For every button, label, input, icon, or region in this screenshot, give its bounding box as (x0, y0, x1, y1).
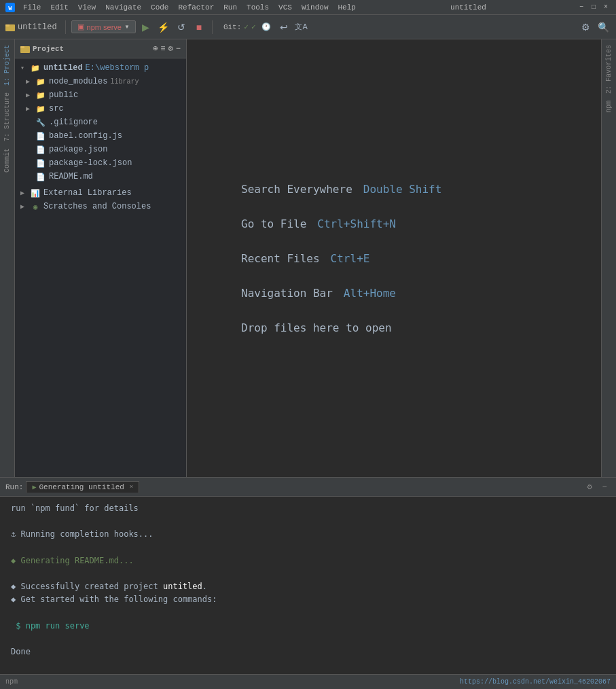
welcome-line-2: Go to File Ctrl+Shift+N (241, 217, 396, 230)
debug-button[interactable]: ⚡ (156, 20, 171, 35)
git-check-icon: ✓ (244, 22, 249, 31)
folder-icon: 📁 (35, 90, 46, 101)
terminal-line-5: ◆ Generating README.md... (11, 554, 605, 567)
sidebar: Project ⊕ ≡ ⚙ − ▾ 📁 untitled E:\webstorm… (15, 39, 187, 477)
sidebar-close-icon[interactable]: − (176, 44, 181, 54)
menu-view[interactable]: View (74, 1, 100, 14)
run-button[interactable]: ▶ (139, 20, 153, 35)
menu-window[interactable]: Window (297, 1, 333, 14)
minimize-button[interactable]: − (577, 3, 586, 12)
terminal-output: run `npm fund` for details ⚓ Running com… (0, 497, 616, 674)
strip-npm[interactable]: npm (604, 98, 614, 116)
search-button[interactable]: 🔍 (596, 20, 611, 35)
tree-item-label: External Libraries (43, 188, 132, 198)
strip-project[interactable]: 1: Project (2, 42, 12, 88)
goto-file-label: Go to File (241, 217, 306, 230)
panel-controls: ⚙ − (583, 481, 611, 493)
menu-vcs[interactable]: VCS (274, 1, 296, 14)
toolbar-separator-2 (212, 20, 213, 34)
sidebar-gear-icon[interactable]: ⚙ (168, 43, 173, 54)
git-label: Git: (223, 23, 241, 31)
expand-arrow: ▶ (26, 91, 34, 99)
tree-item-scratches[interactable]: ▶ ◉ Scratches and Consoles (15, 200, 186, 213)
json-file-icon: 📄 (35, 144, 46, 155)
project-folder-icon (5, 22, 15, 32)
tree-item-public[interactable]: ▶ 📁 public (15, 88, 186, 102)
tree-item-label: README.md (49, 172, 93, 181)
library-badge: library (110, 78, 139, 86)
tree-item-path: E:\webstorm p (86, 63, 149, 73)
stop-button[interactable]: ■ (192, 20, 206, 35)
npm-serve-button[interactable]: ▣ npm serve ▼ (71, 20, 136, 33)
md-file-icon: 📄 (35, 171, 46, 182)
menu-refactor[interactable]: Refactor (174, 1, 218, 14)
tree-item-ext-libs[interactable]: ▶ 📊 External Libraries (15, 186, 186, 200)
editor-welcome-screen: Search Everywhere Double Shift Go to Fil… (187, 39, 601, 477)
app-logo: W (5, 3, 15, 12)
toolbar-separator (65, 20, 66, 34)
main-content: 1: Project 7: Structure Commit Project ⊕… (0, 39, 616, 477)
folder-icon: 📁 (35, 76, 46, 87)
terminal-line-7: ◆ Successfully created project untitled. (11, 580, 605, 593)
tree-item-src[interactable]: ▶ 📁 src (15, 102, 186, 116)
menu-edit[interactable]: Edit (46, 1, 72, 14)
tree-item-label: node_modules (49, 77, 107, 86)
scratch-icon: ◉ (30, 201, 41, 212)
settings-button[interactable]: ⚙ (578, 20, 593, 35)
js-file-icon: 📄 (35, 130, 46, 141)
menu-navigate[interactable]: Navigate (101, 1, 145, 14)
expand-arrow: ▶ (20, 189, 29, 197)
tree-item-babel[interactable]: ▶ 📄 babel.config.js (15, 129, 186, 143)
panel-minimize-button[interactable]: − (598, 481, 611, 493)
status-right: https://blog.csdn.net/weixin_46202067 (460, 678, 611, 686)
panel-settings-button[interactable]: ⚙ (583, 481, 596, 493)
sidebar-add-icon[interactable]: ⊕ (153, 43, 158, 54)
strip-commit[interactable]: Commit (2, 145, 12, 175)
menu-tools[interactable]: Tools (242, 1, 273, 14)
folder-icon: 📁 (30, 63, 41, 73)
terminal-line-10: $ npm run serve (11, 620, 605, 633)
strip-favorites[interactable]: 2: Favorites (604, 42, 614, 96)
recent-files-label: Recent Files (241, 252, 320, 265)
welcome-line-3: Recent Files Ctrl+E (241, 252, 369, 265)
status-bar: npm https://blog.csdn.net/weixin_4620206… (0, 674, 616, 689)
expand-arrow: ▾ (20, 64, 29, 72)
tree-item-label: package.json (49, 145, 107, 154)
git-history-button[interactable]: 🕐 (259, 20, 274, 35)
menu-run[interactable]: Run (219, 1, 241, 14)
menu-help[interactable]: Help (334, 1, 360, 14)
run-tab-icon: ▶ (32, 483, 36, 491)
right-panel-strip: 2: Favorites npm (601, 39, 616, 477)
git-rollback-button[interactable]: ↩ (276, 20, 291, 35)
maximize-button[interactable]: □ (589, 3, 598, 12)
editor-area: Search Everywhere Double Shift Go to Fil… (187, 39, 601, 477)
tree-item-readme[interactable]: ▶ 📄 README.md (15, 170, 186, 183)
search-everywhere-shortcut: Double Shift (363, 183, 442, 196)
search-everywhere-label: Search Everywhere (241, 183, 352, 196)
tree-item-gitignore[interactable]: ▶ 🔧 .gitignore (15, 116, 186, 129)
window-title: untitled (360, 3, 577, 12)
run-tab-label: Generating untitled (39, 483, 124, 491)
run-tab[interactable]: ▶ Generating untitled × (26, 481, 139, 493)
terminal-line-1: run `npm fund` for details (11, 502, 605, 515)
sidebar-filter-icon[interactable]: ≡ (160, 44, 165, 54)
expand-arrow: ▶ (26, 105, 34, 113)
menu-file[interactable]: File (19, 1, 45, 14)
tree-item-label: src (49, 104, 64, 113)
drop-files-label: Drop files here to open (241, 321, 392, 334)
coverage-button[interactable]: ↺ (174, 20, 189, 35)
strip-structure[interactable]: 7: Structure (2, 90, 12, 144)
tree-item-root[interactable]: ▾ 📁 untitled E:\webstorm p (15, 61, 186, 75)
tree-item-node-modules[interactable]: ▶ 📁 node_modules library (15, 75, 186, 88)
git-file-icon: 🔧 (35, 117, 46, 128)
blog-link[interactable]: https://blog.csdn.net/weixin_46202067 (460, 678, 611, 686)
tree-item-package-lock[interactable]: ▶ 📄 package-lock.json (15, 156, 186, 170)
git-translate-button[interactable]: 文A (294, 20, 309, 35)
run-tab-close[interactable]: × (130, 484, 133, 491)
menu-code[interactable]: Code (147, 1, 173, 14)
goto-file-shortcut: Ctrl+Shift+N (317, 217, 396, 230)
close-button[interactable]: × (601, 3, 611, 12)
tree-item-label: public (49, 90, 78, 100)
tree-item-package[interactable]: ▶ 📄 package.json (15, 143, 186, 156)
terminal-line-8: ◆ Get started with the following command… (11, 593, 605, 606)
